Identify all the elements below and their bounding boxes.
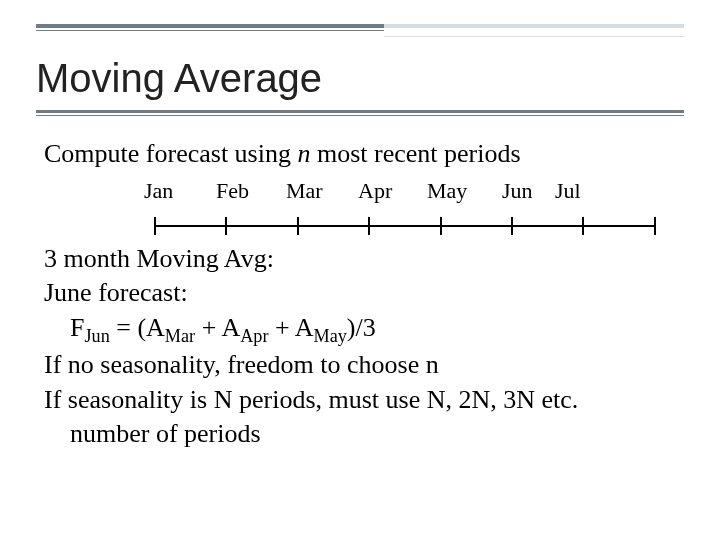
- top-rule-right: [384, 24, 684, 37]
- formula-eq: = (A: [110, 313, 165, 342]
- timeline-tick: [297, 217, 299, 235]
- timeline-tick: [225, 217, 227, 235]
- month-label: May: [427, 177, 467, 205]
- formula-plus1: + A: [195, 313, 240, 342]
- formula-A3-sub: May: [313, 326, 346, 346]
- month-label: Apr: [358, 177, 392, 205]
- timeline-line: [154, 225, 654, 227]
- timeline-tick: [154, 217, 156, 235]
- formula-F: F: [70, 313, 84, 342]
- timeline: [44, 211, 684, 239]
- title-underline-thick: [36, 110, 684, 113]
- intro-line: Compute forecast using n most recent per…: [44, 138, 684, 171]
- line-no-seasonality: If no seasonality, freedom to choose n: [44, 349, 684, 382]
- slide-body: Compute forecast using n most recent per…: [44, 138, 684, 453]
- formula-A1-sub: Mar: [165, 326, 195, 346]
- line-june-forecast: June forecast:: [44, 277, 684, 310]
- formula-plus2: + A: [268, 313, 313, 342]
- timeline-tick: [511, 217, 513, 235]
- formula-A2-sub: Apr: [240, 326, 268, 346]
- intro-pre: Compute forecast using: [44, 139, 297, 168]
- intro-n: n: [297, 139, 310, 168]
- line-3mo: 3 month Moving Avg:: [44, 243, 684, 276]
- slide: Moving Average Compute forecast using n …: [0, 0, 720, 540]
- title-underline-thin: [36, 115, 684, 116]
- month-label: Jan: [144, 177, 173, 205]
- formula-F-sub: Jun: [84, 326, 109, 346]
- intro-post: most recent periods: [310, 139, 520, 168]
- timeline-tick: [654, 217, 656, 235]
- slide-title: Moving Average: [36, 56, 322, 101]
- months-row: Jan Feb Mar Apr May Jun Jul: [44, 177, 684, 207]
- timeline-tick: [440, 217, 442, 235]
- month-label: Feb: [216, 177, 249, 205]
- month-label: Mar: [286, 177, 323, 205]
- timeline-tick: [368, 217, 370, 235]
- formula-tail: )/3: [347, 313, 376, 342]
- month-label: Jul: [555, 177, 581, 205]
- timeline-tick: [582, 217, 584, 235]
- line-seasonality: If seasonality is N periods, must use N,…: [44, 384, 684, 417]
- formula-line: FJun = (AMar + AApr + AMay)/3: [44, 312, 684, 348]
- month-label: Jun: [502, 177, 533, 205]
- line-num-periods: number of periods: [44, 418, 684, 451]
